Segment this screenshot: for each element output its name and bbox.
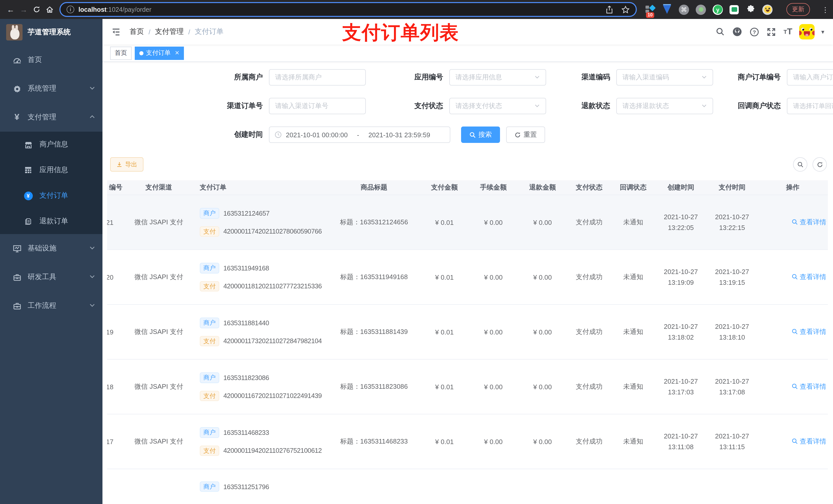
browser-menu-icon[interactable]: ⋮ [822,5,829,14]
view-detail-link[interactable]: 查看详情 [791,382,826,391]
help-icon[interactable]: ? [748,26,760,38]
merchant-order-no: 1635311881440 [223,319,269,327]
merchant-tag: 商户 [200,373,219,383]
paid-time: 2021-10-2713:18:10 [707,305,758,359]
view-detail-link[interactable]: 查看详情 [791,272,826,282]
pay-amount [420,469,469,504]
site-info-icon[interactable]: i [67,6,74,13]
back-icon[interactable]: ← [4,3,17,16]
avatar-caret-icon[interactable]: ▼ [820,29,825,34]
refund-status-select[interactable]: 请选择退款状态 [616,98,713,114]
toggle-search-icon[interactable] [793,157,807,172]
channel-order-no-input[interactable]: 请输入渠道订单号 [269,98,366,114]
sidebar-item-dev-tools[interactable]: 研发工具 [0,263,102,291]
tag-home[interactable]: 首页 [110,46,132,60]
github-icon[interactable] [732,26,743,38]
export-button[interactable]: 导出 [110,157,143,172]
toolbox-icon [11,273,23,282]
top-navbar: 首页 / 支付管理 / 支付订单 ? [102,19,833,45]
placeholder-text: 请选择应用信息 [455,73,502,82]
close-icon[interactable]: ✕ [175,50,179,56]
filter-label: 应用编号 [408,73,449,82]
dot-extension-icon[interactable] [696,4,706,15]
breadcrumb-section[interactable]: 支付管理 [155,27,184,37]
table-row: 19 微信 JSAPI 支付 商户1635311881440 支付4200001… [107,305,828,359]
puzzle-extensions-icon[interactable] [745,4,756,15]
merchant-order-no-input[interactable]: 请输入商户订单编号 [787,69,833,86]
kite-extension-icon[interactable] [662,4,672,15]
font-size-icon[interactable]: TT [782,26,793,38]
filter-app-id: 应用编号 请选择应用信息 [408,69,546,86]
notify-status [611,469,655,504]
pay-channel: 微信 JSAPI 支付 [125,414,192,469]
filter-label: 渠道订单号 [213,101,269,111]
sidebar-item-system[interactable]: 系统管理 [0,74,102,103]
url-bar[interactable]: i localhost:1024/pay/order [60,2,637,17]
sidebar-item-home[interactable]: 首页 [0,46,102,74]
order-id [107,469,125,504]
product-title [328,469,420,504]
order-id: 20 [107,250,125,305]
search-icon[interactable] [715,26,726,38]
forward-icon[interactable]: → [17,3,30,16]
filter-label: 商户订单编号 [736,73,787,82]
breadcrumb-home[interactable]: 首页 [129,27,144,37]
reload-icon[interactable] [30,3,43,16]
col-notify: 回调状态 [611,180,655,195]
col-refund: 退款金额 [518,180,567,195]
notify-status: 未通知 [611,414,655,469]
refund-amount [518,469,567,504]
sidebar-item-payment[interactable]: ¥ 支付管理 [0,103,102,131]
sidebar-item-app-info[interactable]: 应用信息 [0,157,102,183]
chevron-down-icon [89,85,95,93]
reset-button[interactable]: 重置 [506,126,545,143]
user-avatar[interactable] [799,24,814,40]
store-icon [23,140,33,149]
order-id: 19 [107,305,125,359]
app-id-select[interactable]: 请选择应用信息 [449,69,546,86]
pay-status-select[interactable]: 请选择支付状态 [449,98,546,114]
sidebar-item-infrastructure[interactable]: 基础设施 [0,234,102,263]
sidebar-item-refund-order[interactable]: 退款订单 [0,209,102,234]
breadcrumb: 首页 / 支付管理 / 支付订单 [129,27,223,37]
logo-image [6,24,23,41]
search-button[interactable]: 搜索 [461,126,500,143]
date-start: 2021-10-01 00:00:00 [286,131,348,139]
tag-pay-order[interactable]: 支付订单 ✕ [135,46,184,60]
extension-grid-icon[interactable]: 10 [645,4,655,15]
date-range-input[interactable]: 2021-10-01 00:00:00 - 2021-10-31 23:59:5… [269,126,450,143]
update-button[interactable]: 更新 [786,3,810,16]
fee-amount: ¥ 0.00 [469,195,518,250]
actions-cell: 查看详情 [758,195,828,250]
command-extension-icon[interactable]: ⌘ [679,4,689,15]
view-detail-link[interactable]: 查看详情 [791,218,826,227]
pay-amount: ¥ 0.01 [420,414,469,469]
chat-extension-icon[interactable] [730,5,739,14]
placeholder-text: 请选择支付状态 [455,101,502,111]
home-icon[interactable] [43,3,56,16]
callback-status-select[interactable]: 请选择订单回调商户状态 [787,98,833,114]
sidebar-item-merchant-info[interactable]: 商户信息 [0,131,102,157]
merchant-input[interactable]: 请选择所属商户 [269,69,366,86]
refresh-table-icon[interactable] [812,157,827,172]
paid-time: 2021-10-2713:17:08 [707,359,758,414]
channel-order-no: 4200001173202110272847982104 [223,337,322,345]
share-icon[interactable] [605,5,613,14]
merchant-tag: 商户 [200,263,219,273]
emoji-avatar-icon[interactable] [762,4,772,15]
hamburger-icon[interactable] [110,26,121,38]
view-detail-link[interactable]: 查看详情 [791,327,826,337]
channel-code-select[interactable]: 请输入渠道编码 [616,69,713,86]
col-created: 创建时间 [655,180,707,195]
yuque-extension-icon[interactable]: y [713,4,723,15]
product-title: 标题：1635311949168 [328,250,420,305]
sidebar-item-pay-order[interactable]: ¥ 支付订单 [0,183,102,209]
fullscreen-icon[interactable] [765,26,777,38]
view-detail-link[interactable]: 查看详情 [791,437,826,446]
filter-channel-code: 渠道编码 请输入渠道编码 [575,69,713,86]
sidebar-item-label: 退款订单 [40,217,68,226]
bookmark-star-icon[interactable] [621,5,629,14]
table-toolbar: 导出 [110,157,828,172]
chevron-down-icon [89,302,95,310]
sidebar-item-workflow[interactable]: 工作流程 [0,291,102,320]
